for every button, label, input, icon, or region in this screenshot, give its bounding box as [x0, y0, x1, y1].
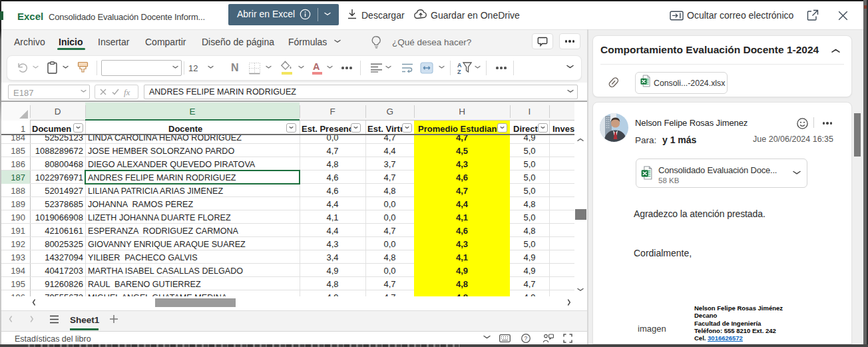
svg-text:A: A [457, 62, 462, 69]
svg-text:Z: Z [457, 69, 461, 75]
svg-text:?: ? [525, 335, 528, 342]
